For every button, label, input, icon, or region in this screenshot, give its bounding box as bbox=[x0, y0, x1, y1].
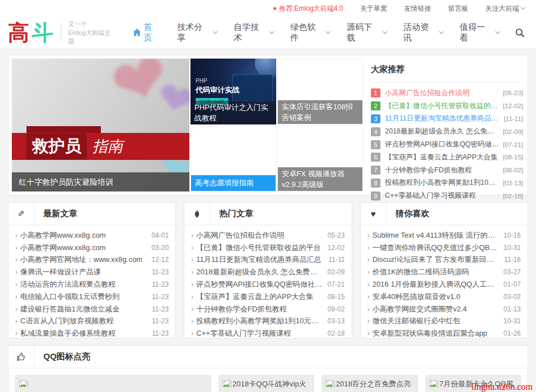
article-item-link[interactable]: 像腾讯一样做设计产品课 bbox=[20, 267, 148, 277]
article-item-link[interactable]: 投稿教程到小高教学网奖励1到10元现金... bbox=[196, 316, 323, 326]
recommend-item-date: [05-23] bbox=[503, 90, 523, 96]
article-item-link[interactable]: 评点秒赞网API接口收集QQ密码做社工库 bbox=[196, 279, 323, 289]
featured-slide[interactable]: ❤ ❤ ❤ ❤ 救护员 指南 红十字救护员防灾避险培训 bbox=[12, 59, 189, 191]
article-item-date: 07-21 bbox=[327, 280, 345, 288]
arrow-icon: › bbox=[15, 256, 17, 264]
article-item-link[interactable]: 小高网广告位招租合作说明 bbox=[196, 230, 323, 240]
article-item-link[interactable]: 11月11日更新淘宝精选优惠券商品汇总 bbox=[196, 255, 324, 265]
article-item-link[interactable]: 私域流量操盘手必修系统教程 bbox=[20, 328, 148, 338]
featured-tile-gaokao[interactable]: 高考志愿填报指南 bbox=[191, 126, 276, 191]
article-item-link[interactable]: 十分钟教你学会FD抓包教程 bbox=[196, 304, 323, 314]
qq-thumb-item[interactable] bbox=[15, 375, 211, 392]
logo-glyph-green: 斗 bbox=[32, 21, 53, 44]
article-item-link[interactable]: 安卓40种恶搞放屁音效v1.0 bbox=[373, 292, 499, 302]
article-item-date: 01-07 bbox=[503, 280, 521, 288]
nav-item-label: 首页 bbox=[144, 22, 161, 43]
qq-thumb-item[interactable]: 2018卡QQ斗战神vip火焰钻图标永久教程 bbox=[219, 375, 314, 392]
article-item-link[interactable]: 小高教学网www.xx8g.com bbox=[20, 230, 147, 240]
recommend-item-date: [02-18] bbox=[503, 193, 523, 199]
recommend-item-date: [08-02] bbox=[503, 167, 523, 173]
nav-item-值得一看[interactable]: 值得一看 bbox=[460, 22, 499, 43]
recommend-item-link[interactable]: 评点秒赞网API接口收集QQ密码做社工库 bbox=[385, 140, 500, 149]
article-card-title: 猜你喜欢 bbox=[396, 208, 429, 219]
featured-tile-php[interactable]: PHP 代码审计实战 Code audit PHP代码审计之入门实战教程 bbox=[191, 59, 276, 124]
rank-badge: 2 bbox=[371, 101, 380, 110]
recommend-item-link[interactable]: 11月11日更新淘宝精选优惠券商品汇总 bbox=[385, 114, 501, 123]
topbar-link[interactable]: 关于草窝 bbox=[360, 4, 387, 14]
nav-item-绿色软件[interactable]: 绿色软件 bbox=[290, 22, 330, 43]
flame-icon bbox=[184, 203, 210, 225]
featured-tile-store[interactable]: 实体店引流获客108招营销案例 bbox=[277, 59, 363, 124]
recommend-item-link[interactable]: 十分钟教你学会FD抓包教程 bbox=[385, 166, 500, 175]
rank-badge: 7 bbox=[371, 166, 380, 175]
recommend-item-date: [02-09] bbox=[503, 128, 523, 135]
article-item-link[interactable]: 【宝葫芦】蓝奏云盘上的APP大合集 bbox=[196, 292, 323, 302]
recommend-item-link[interactable]: 投稿教程到小高教学网奖励1到10元现金奖励 bbox=[385, 178, 500, 188]
topbar-link[interactable]: 友情链接 bbox=[404, 4, 431, 14]
article-item-link[interactable]: 小高教学网官网地址：www.xx8g.com bbox=[20, 255, 147, 265]
article-item: ›2016 1月份最新秒接入腾讯QQ人工客服...01-07 bbox=[367, 278, 521, 291]
recommend-item: 1小高网广告位招租合作说明[05-23] bbox=[371, 87, 523, 100]
qq-thumb-label: 2018卡QQ斗战神vip火焰钻图标永久教程 bbox=[223, 380, 307, 392]
tile-caption: 安卓FX 视频播放器v2.9.2高级版 bbox=[278, 167, 362, 191]
article-item-date: 10-31 bbox=[503, 244, 521, 252]
article-item-link[interactable]: Sublime Text v4.4113特别版 流行的代... bbox=[373, 230, 499, 240]
logo-divider bbox=[61, 24, 61, 42]
article-item-link[interactable]: 微信关注邮储银行必中红包 bbox=[373, 316, 499, 326]
topbar-link-label: 关于草窝 bbox=[360, 4, 387, 14]
recommend-title: 大家推荐 bbox=[371, 64, 523, 83]
article-item-link[interactable]: Discuz!论坛回来了 官方发布重新回归运... bbox=[373, 255, 500, 265]
article-item-link[interactable]: 小高教学网提交式圈圈赞v2.4 bbox=[373, 304, 499, 314]
chevron-down-icon bbox=[439, 29, 444, 34]
article-item-link[interactable]: C++零基础入门学习视频课程 bbox=[196, 328, 323, 338]
topbar-link[interactable]: 留言板 bbox=[448, 4, 468, 14]
article-item-link[interactable]: 建设银行答题抽1元微信立减金 bbox=[20, 304, 148, 314]
site-header: 高 斗 又一个 Emlog大前端主题 首页技术分享自学技术绿色软件源码下载活动资… bbox=[0, 17, 536, 49]
recommend-item-link[interactable]: C++零基础入门学习视频课程 bbox=[385, 191, 500, 201]
php-label-bold: 代码审计实战 bbox=[196, 85, 240, 95]
article-item-date: 11-23 bbox=[152, 317, 169, 325]
recommend-item-date: [08-15] bbox=[503, 154, 523, 161]
article-item-link[interactable]: 【已黄】微信小号托管获取收益的平台 bbox=[196, 243, 323, 253]
article-card-最新文章: ✎最新文章›小高教学网www.xx8g.com04-01›小高教学网www.xx… bbox=[8, 202, 176, 338]
site-logo[interactable]: 高 斗 又一个 Emlog大前端主题 bbox=[8, 20, 116, 46]
arrow-icon: › bbox=[367, 305, 370, 313]
article-item-date: 05-23 bbox=[327, 231, 345, 239]
recommend-item-link[interactable]: 【宝葫芦】蓝奏云盘上的APP大合集 bbox=[385, 153, 500, 162]
arrow-icon: › bbox=[367, 293, 370, 301]
article-columns: ✎最新文章›小高教学网www.xx8g.com04-01›小高教学网www.xx… bbox=[8, 202, 528, 338]
article-item: ›小高教学网www.xx8g.com04-01 bbox=[15, 229, 169, 242]
nav-item-源码下载[interactable]: 源码下载 bbox=[347, 22, 386, 43]
nav-item-自学技术[interactable]: 自学技术 bbox=[234, 22, 273, 43]
recommend-item-link[interactable]: 【已黄】微信小号托管获取收益的平台 bbox=[385, 101, 500, 111]
article-item-link[interactable]: 安卓新型冠状病毒疫情追踪聚合app bbox=[373, 328, 499, 338]
article-card-猜你喜欢: ♥猜你喜欢›Sublime Text v4.4113特别版 流行的代...10-… bbox=[360, 202, 528, 338]
article-item-link[interactable]: 价值1K的微信二维码活码源码 bbox=[373, 267, 499, 277]
promo-link[interactable]: ♥ 推荐:Emlog大前端4.0 bbox=[273, 4, 343, 14]
nav-item-活动资讯[interactable]: 活动资讯 bbox=[403, 22, 442, 43]
article-item-link[interactable]: 活动运营的方法流程要点教程 bbox=[20, 279, 148, 289]
featured-tile-fx-player[interactable]: 安卓FX 视频播放器v2.9.2高级版 bbox=[277, 126, 363, 191]
article-item: ›微信关注邮储银行必中红包10-31 bbox=[367, 315, 521, 328]
article-item-link[interactable]: 2018最新刷超级会员永久 怎么免费刷Q... bbox=[196, 267, 323, 277]
article-item-link[interactable]: 电信输入口令领取1元话费秒到 bbox=[20, 292, 148, 302]
nav-item-技术分享[interactable]: 技术分享 bbox=[177, 22, 216, 43]
qq-thumb-item[interactable]: 2018百分之百免费点亮超级QQ纪念版图标 bbox=[322, 375, 417, 392]
nav-item-label: 技术分享 bbox=[177, 22, 210, 43]
article-item-date: 11-16 bbox=[504, 256, 521, 264]
article-item-link[interactable]: 一键查询你给腾讯QQ充值过多少QB工具 bbox=[373, 243, 499, 253]
chevron-down-icon bbox=[269, 29, 274, 34]
article-item-link[interactable]: C语言从入门到放弃视频教程 bbox=[20, 316, 148, 326]
recommend-item-link[interactable]: 2018最新刷超级会员永久 怎么免费刷QQ会员教程 bbox=[385, 127, 500, 136]
topbar-link[interactable]: 关注大前端 bbox=[485, 4, 525, 14]
search-icon[interactable] bbox=[515, 28, 525, 38]
recommend-item: 311月11日更新淘宝精选优惠券商品汇总[11-11] bbox=[371, 113, 523, 126]
recommend-item-link[interactable]: 小高网广告位招租合作说明 bbox=[385, 88, 500, 98]
article-item-link[interactable]: 小高教学网www.xx8g.com bbox=[20, 243, 147, 253]
article-item-link[interactable]: 2016 1月份最新秒接入腾讯QQ人工客服... bbox=[373, 279, 499, 289]
arrow-icon: › bbox=[15, 329, 17, 337]
topbar: ♥ 推荐:Emlog大前端4.0 关于草窝友情链接留言板关注大前端 bbox=[0, 0, 536, 17]
tagline-line2: Emlog大前端主题 bbox=[68, 29, 110, 44]
nav-item-首页[interactable]: 首页 bbox=[133, 22, 161, 43]
nav-item-label: 绿色软件 bbox=[290, 22, 324, 43]
